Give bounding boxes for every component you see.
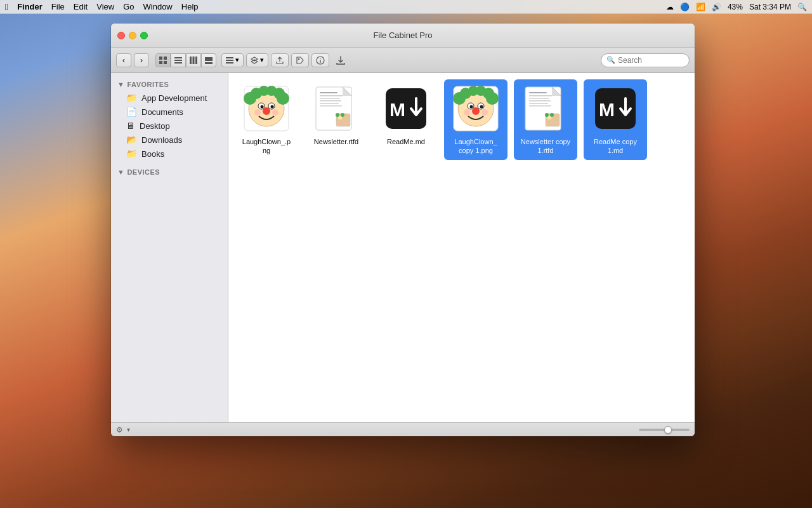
- file-name-newsletter-rtfd: Newsletter.rtfd: [312, 137, 360, 147]
- list-view-button[interactable]: [171, 53, 186, 67]
- file-name-laughclown-png: LaughClown_.png: [239, 137, 294, 156]
- file-icon-laughclown-png: [241, 83, 292, 134]
- toolbar: ‹ ›: [111, 48, 695, 73]
- menubar-go[interactable]: Go: [123, 2, 134, 11]
- downloads-icon: 📂: [126, 135, 137, 145]
- svg-rect-14: [226, 62, 233, 64]
- file-item-newsletter-copy[interactable]: Newsletter copy 1.rtfd: [514, 79, 577, 160]
- svg-rect-38: [320, 92, 337, 93]
- cover-flow-button[interactable]: [201, 53, 216, 67]
- svg-rect-1: [164, 57, 167, 60]
- svg-text:M: M: [390, 99, 405, 120]
- svg-point-60: [470, 105, 473, 109]
- devices-header[interactable]: ▼ Devices: [111, 166, 228, 178]
- file-icon-laughclown-copy: [450, 83, 501, 134]
- svg-rect-41: [320, 100, 341, 102]
- info-button[interactable]: i: [311, 53, 329, 67]
- desktop-icon: 🖥: [126, 121, 135, 131]
- svg-rect-40: [320, 98, 340, 99]
- sidebar-item-app-development[interactable]: 📁 App Development: [114, 91, 225, 105]
- file-icon-readme-copy: M: [590, 83, 641, 134]
- search-input[interactable]: [618, 56, 684, 65]
- menubar-file[interactable]: File: [51, 2, 65, 11]
- sidebar-item-books[interactable]: 📁 Books: [114, 147, 225, 161]
- forward-icon: ›: [140, 56, 143, 65]
- svg-point-27: [277, 92, 289, 105]
- file-icon-newsletter-rtfd: [311, 83, 362, 134]
- svg-rect-8: [193, 57, 195, 64]
- apple-menu[interactable]: : [5, 2, 8, 12]
- svg-point-76: [545, 113, 549, 117]
- search-menubar-icon[interactable]: 🔍: [797, 3, 807, 11]
- folder-icon: 📁: [126, 93, 137, 103]
- share-button[interactable]: [271, 53, 289, 67]
- file-area[interactable]: LaughClown_.png: [228, 73, 695, 422]
- svg-rect-5: [174, 60, 182, 61]
- search-icon: 🔍: [606, 56, 615, 64]
- column-view-button[interactable]: [186, 53, 201, 67]
- slider-container: [639, 429, 690, 431]
- arrange-dropdown-arrow: ▾: [235, 56, 239, 64]
- svg-rect-0: [159, 57, 162, 60]
- favorites-header[interactable]: ▼ Favorites: [111, 78, 228, 91]
- file-item-readme-md[interactable]: M ReadMe.md: [374, 79, 438, 160]
- file-name-readme-md: ReadMe.md: [385, 137, 427, 147]
- sidebar-item-desktop[interactable]: 🖥 Desktop: [114, 119, 225, 133]
- menubar-view[interactable]: View: [96, 2, 114, 11]
- icon-view-button[interactable]: [155, 53, 171, 67]
- svg-rect-4: [174, 57, 182, 58]
- status-arrow[interactable]: ▾: [127, 426, 130, 433]
- minimize-button[interactable]: [129, 32, 136, 39]
- svg-rect-39: [320, 95, 343, 97]
- maximize-button[interactable]: [140, 32, 148, 39]
- file-icon-newsletter-copy: [520, 83, 571, 134]
- menubar-left:  Finder File Edit View Go Window Help: [5, 2, 666, 12]
- file-item-laughclown-copy[interactable]: LaughClown_ copy 1.png: [444, 79, 508, 160]
- menubar-edit[interactable]: Edit: [74, 2, 88, 11]
- status-gear-button[interactable]: ⚙: [116, 425, 123, 434]
- svg-rect-68: [529, 92, 547, 93]
- menubar-window[interactable]: Window: [143, 2, 173, 11]
- layers-dropdown-arrow: ▾: [260, 56, 264, 64]
- file-icon-readme-md: M: [381, 83, 431, 134]
- sidebar: ▼ Favorites 📁 App Development 📄 Document…: [111, 73, 228, 422]
- svg-rect-9: [195, 57, 197, 64]
- zoom-slider[interactable]: [639, 429, 690, 431]
- file-item-laughclown-png[interactable]: LaughClown_.png: [235, 79, 298, 160]
- devices-arrow: ▼: [117, 168, 124, 176]
- svg-rect-7: [190, 57, 192, 64]
- icloud-icon: ☁: [666, 3, 674, 11]
- back-button[interactable]: ‹: [116, 53, 131, 67]
- traffic-lights: [117, 32, 148, 39]
- svg-point-17: [298, 58, 299, 59]
- svg-rect-70: [529, 98, 549, 99]
- svg-rect-3: [164, 61, 167, 64]
- close-button[interactable]: [117, 32, 125, 39]
- download-button[interactable]: [332, 51, 350, 69]
- menubar:  Finder File Edit View Go Window Help ☁…: [0, 0, 812, 14]
- arrange-dropdown[interactable]: ▾: [221, 53, 244, 67]
- battery-label: 43%: [728, 3, 743, 11]
- file-item-readme-copy[interactable]: M ReadMe copy 1.md: [584, 79, 647, 160]
- forward-button[interactable]: ›: [134, 53, 149, 67]
- svg-text:M: M: [599, 99, 615, 120]
- back-icon: ‹: [122, 56, 125, 65]
- svg-rect-10: [205, 57, 213, 61]
- sidebar-item-documents[interactable]: 📄 Documents: [114, 105, 225, 119]
- tag-button[interactable]: [291, 53, 309, 67]
- sidebar-label-books: Books: [141, 149, 164, 159]
- sidebar-item-downloads[interactable]: 📂 Downloads: [114, 133, 225, 147]
- menubar-help[interactable]: Help: [181, 2, 199, 11]
- view-buttons: [155, 53, 216, 67]
- search-box[interactable]: 🔍: [601, 53, 690, 67]
- menubar-finder[interactable]: Finder: [17, 2, 43, 11]
- layers-dropdown[interactable]: ▾: [246, 53, 268, 67]
- file-item-newsletter-rtfd[interactable]: Newsletter.rtfd: [304, 79, 368, 160]
- svg-rect-71: [529, 100, 551, 102]
- slider-thumb[interactable]: [664, 426, 672, 434]
- svg-point-46: [336, 113, 339, 117]
- favorites-label: Favorites: [127, 81, 169, 88]
- wifi-icon: 📶: [696, 3, 705, 11]
- svg-rect-69: [529, 95, 552, 97]
- sidebar-label-desktop: Desktop: [140, 121, 170, 131]
